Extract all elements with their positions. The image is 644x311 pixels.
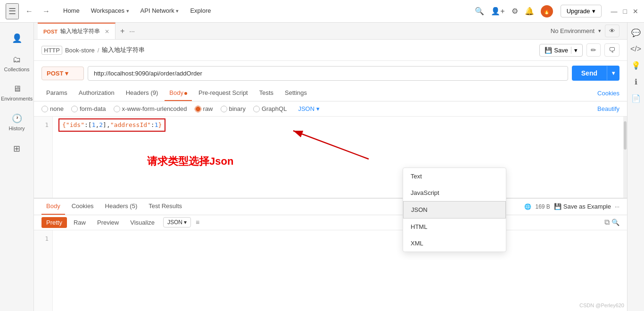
comment-button[interactable]: 🗨 [604, 43, 619, 57]
tab-settings[interactable]: Settings [280, 85, 312, 101]
option-raw[interactable]: raw [195, 105, 213, 112]
resp-line-num-1: 1 [34, 234, 49, 244]
edit-button[interactable]: ✏ [586, 43, 601, 57]
avatar[interactable]: 🔥 [541, 5, 553, 17]
tab-authorization[interactable]: Authorization [74, 85, 119, 101]
tab-pre-request[interactable]: Pre-request Script [194, 85, 253, 101]
nav-workspaces[interactable]: Workspaces ▾ [86, 4, 134, 18]
right-info-icon[interactable]: ℹ [635, 77, 637, 86]
response-copy-button[interactable]: ⧉ [604, 218, 610, 227]
save-arrow[interactable]: ▾ [571, 47, 578, 54]
tab-close-icon[interactable]: ✕ [105, 28, 109, 35]
right-comments-icon[interactable]: 💬 [631, 28, 641, 37]
search-icon[interactable]: 🔍 [475, 7, 484, 16]
right-code-icon[interactable]: </> [630, 45, 641, 53]
new-tab-button[interactable]: + [117, 27, 127, 35]
radio-binary [221, 106, 227, 112]
sidebar-item-environments[interactable]: 🖥 Environments [1, 79, 33, 107]
response-code[interactable] [53, 230, 627, 311]
nav-home[interactable]: Home [58, 4, 84, 18]
right-docs-icon[interactable]: 📄 [631, 94, 641, 103]
sidebar-item-apps[interactable]: ⊞ [1, 139, 33, 159]
sidebar-item-account[interactable]: 👤 [1, 28, 33, 48]
response-format-select[interactable]: JSON ▾ [163, 217, 191, 227]
tab-title: 输入地址字符串 [60, 27, 100, 35]
request-header: HTTP Book-store / 输入地址字符串 💾 Save ▾ ✏ 🗨 [34, 40, 627, 61]
url-input[interactable] [88, 66, 568, 81]
right-lightbulb-icon[interactable]: 💡 [631, 61, 641, 70]
dropdown-item-html[interactable]: HTML [403, 219, 506, 235]
sidebar-item-history[interactable]: 🕐 History [1, 109, 33, 136]
right-panel: 💬 </> 💡 ℹ 📄 [627, 23, 644, 311]
maximize-button[interactable]: □ [623, 8, 627, 15]
fmt-tab-visualize[interactable]: Visualize [125, 217, 159, 228]
resp-tab-test-results[interactable]: Test Results [144, 199, 187, 215]
minimize-button[interactable]: — [611, 8, 618, 15]
dropdown-item-text[interactable]: Text [403, 168, 506, 185]
back-button[interactable]: ← [23, 5, 36, 17]
editor-scrollbar[interactable] [623, 117, 627, 198]
tab-params[interactable]: Params [41, 85, 72, 101]
tab-post-request[interactable]: POST 输入地址字符串 ✕ [38, 23, 116, 39]
resp-tab-headers[interactable]: Headers (5) [100, 199, 142, 215]
fmt-tab-preview[interactable]: Preview [92, 217, 124, 228]
send-button[interactable]: Send ▾ [572, 66, 619, 81]
nav-links: Home Workspaces ▾ API Network ▾ Explore [58, 4, 216, 18]
topbar-icons: 🔍 👤+ ⚙ 🔔 🔥 [475, 5, 553, 17]
option-raw-label: raw [203, 105, 213, 112]
close-button[interactable]: ✕ [633, 8, 638, 15]
environment-arrow[interactable]: ▾ [598, 28, 601, 34]
tab-method: POST [43, 29, 58, 34]
option-form-data[interactable]: form-data [71, 105, 106, 112]
body-dot [184, 92, 187, 95]
code-editor[interactable]: {"ids":[1,2],"addressId":1} 请求类型选择Json [53, 117, 623, 198]
add-user-icon[interactable]: 👤+ [491, 7, 504, 16]
method-arrow: ▾ [65, 70, 68, 77]
upgrade-button[interactable]: Upgrade ▾ [561, 5, 602, 17]
tabs-more-button[interactable]: ··· [129, 27, 135, 35]
dropdown-item-javascript[interactable]: JavaScript [403, 185, 506, 201]
sidebar: 👤 🗂 Collections 🖥 Environments 🕐 History… [0, 23, 34, 311]
breadcrumb-http-icon: HTTP [41, 46, 62, 55]
send-arrow[interactable]: ▾ [607, 66, 619, 80]
nav-api-network[interactable]: API Network ▾ [136, 4, 184, 18]
fmt-tab-raw[interactable]: Raw [69, 217, 91, 228]
save-button[interactable]: 💾 Save ▾ [539, 44, 583, 57]
wrap-icon[interactable]: ≡ [196, 219, 199, 226]
response-more-button[interactable]: ··· [615, 203, 619, 210]
json-type-select[interactable]: JSON ▾ [298, 105, 320, 112]
resp-tab-cookies[interactable]: Cookies [67, 199, 99, 215]
fmt-tab-pretty[interactable]: Pretty [41, 217, 67, 228]
option-binary[interactable]: binary [221, 105, 246, 112]
code-line-1: {"ids":[1,2],"addressId":1} [58, 120, 618, 130]
menu-button[interactable]: ☰ [6, 3, 19, 19]
tab-headers[interactable]: Headers (9) [121, 85, 163, 101]
option-graphql[interactable]: GraphQL [253, 105, 287, 112]
scrollbar-thumb [624, 121, 627, 150]
tab-tests[interactable]: Tests [255, 85, 278, 101]
settings-icon[interactable]: ⚙ [512, 7, 518, 16]
sidebar-item-collections[interactable]: 🗂 Collections [1, 50, 33, 77]
resp-tab-body[interactable]: Body [41, 199, 65, 215]
collections-icon: 🗂 [13, 55, 21, 65]
option-urlencoded[interactable]: x-www-form-urlencoded [114, 105, 187, 112]
notifications-icon[interactable]: 🔔 [525, 7, 534, 16]
breadcrumb: HTTP Book-store / 输入地址字符串 [41, 46, 145, 55]
dropdown-item-json[interactable]: JSON [403, 201, 506, 219]
method-select[interactable]: POST ▾ [41, 67, 84, 80]
save-example-button[interactable]: 💾 Save as Example [554, 203, 611, 210]
response-search-button[interactable]: 🔍 [611, 219, 619, 226]
no-environment-select[interactable]: No Environment [551, 27, 594, 34]
topbar: ☰ ← → Home Workspaces ▾ API Network ▾ Ex… [0, 0, 644, 23]
nav-explore[interactable]: Explore [185, 4, 215, 18]
tab-body[interactable]: Body [165, 85, 192, 101]
beautify-button[interactable]: Beautify [597, 105, 619, 112]
body-options: none form-data x-www-form-urlencoded raw… [34, 101, 627, 117]
globe-icon: 🌐 [524, 203, 531, 210]
environments-icon: 🖥 [13, 84, 21, 94]
dropdown-item-xml[interactable]: XML [403, 235, 506, 252]
option-none[interactable]: none [41, 105, 64, 112]
cookies-link[interactable]: Cookies [597, 90, 619, 97]
env-settings-icon[interactable]: 👁 [605, 25, 619, 37]
forward-button[interactable]: → [40, 5, 53, 17]
